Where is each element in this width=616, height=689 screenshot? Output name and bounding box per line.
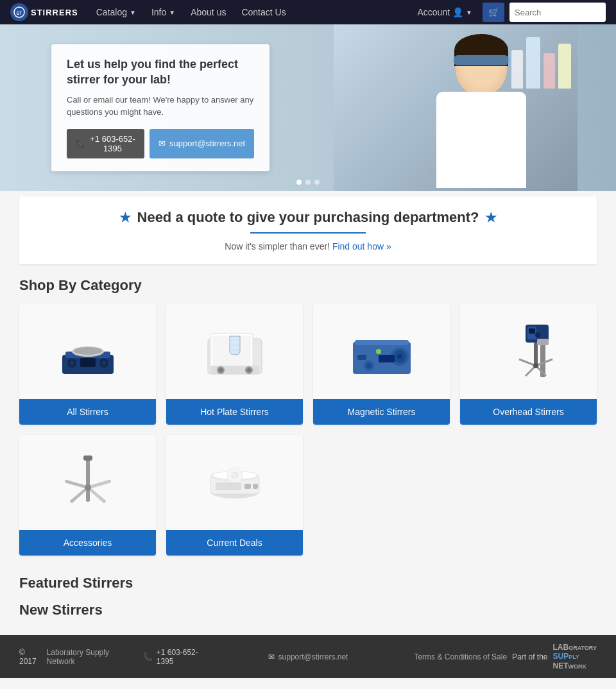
category-card-deals[interactable]: Current Deals: [166, 435, 303, 556]
sup-text: SUP: [552, 652, 569, 661]
footer-copyright: © 2017: [19, 648, 43, 666]
featured-title: Featured Stirrers: [0, 568, 616, 595]
svg-rect-53: [216, 482, 241, 490]
nav-catalog[interactable]: Catalog ▼: [89, 0, 144, 24]
accessories-svg: [49, 450, 126, 515]
category-image-hot-plate: [166, 304, 303, 399]
footer-phone-icon: 📞: [143, 652, 153, 661]
footer: © 2017 Laboratory Supply Network 📞 +1 60…: [0, 635, 616, 678]
footer-company-link[interactable]: Laboratory Supply Network: [47, 648, 134, 666]
category-card-accessories[interactable]: Accessories: [19, 435, 156, 556]
category-label-hot-plate: Hot Plate Stirrers: [166, 399, 303, 425]
category-image-all-stirrers: [19, 304, 156, 399]
hero-subtitle: Call or email our team! We're happy to a…: [67, 94, 254, 119]
ply-text: PLY: [569, 654, 579, 660]
category-image-overhead: [460, 304, 597, 399]
hero-dots: [296, 180, 320, 185]
svg-point-16: [219, 368, 223, 372]
category-image-magnetic: [313, 304, 450, 399]
svg-line-38: [519, 359, 536, 366]
star-right-icon: ★: [485, 210, 497, 225]
svg-point-42: [533, 363, 538, 368]
nav-contact[interactable]: Contact Us: [234, 0, 293, 24]
hero-banner: Let us help you find the perfect stirrer…: [0, 24, 616, 191]
nav-info[interactable]: Info ▼: [144, 0, 183, 24]
shop-section: Shop By Category: [0, 264, 616, 568]
footer-email-link[interactable]: support@stirrers.net: [278, 652, 348, 661]
phone-button[interactable]: 📞 +1 603-652-1395: [67, 129, 144, 158]
svg-point-8: [102, 361, 106, 365]
catalog-caret: ▼: [130, 9, 136, 16]
deals-svg: [196, 450, 273, 515]
user-icon: 👤: [452, 7, 463, 17]
category-grid-row2: Accessories: [19, 435, 597, 556]
phone-icon: 📞: [76, 139, 86, 148]
category-label-accessories: Accessories: [19, 530, 156, 556]
search-input[interactable]: [509, 3, 606, 22]
quote-divider: [250, 232, 366, 234]
svg-point-36: [535, 332, 540, 337]
svg-rect-35: [529, 328, 535, 334]
svg-point-28: [366, 363, 372, 368]
dot-2[interactable]: [305, 180, 311, 185]
footer-right: Terms & Conditions of Sale Part of the L…: [404, 643, 597, 670]
quote-subtitle: Now it's simpler than ever! Find out how…: [45, 241, 571, 251]
quote-banner: ★ Need a quote to give your purchasing d…: [19, 196, 597, 264]
svg-point-45: [85, 484, 91, 491]
category-grid-row1: All Stirrers: [19, 304, 597, 425]
find-link[interactable]: Find out how »: [332, 241, 391, 251]
category-image-deals: [166, 435, 303, 530]
svg-text:ST: ST: [17, 11, 23, 15]
svg-rect-43: [537, 339, 549, 345]
work-text: WORK: [568, 663, 586, 670]
svg-point-29: [376, 349, 381, 354]
cart-button[interactable]: 🛒: [483, 3, 504, 22]
dot-1[interactable]: [296, 180, 302, 185]
category-label-magnetic: Magnetic Stirrers: [313, 399, 450, 425]
category-card-all-stirrers[interactable]: All Stirrers: [19, 304, 156, 425]
brand-logo[interactable]: ST STIRRERS: [10, 3, 78, 21]
category-card-magnetic[interactable]: Magnetic Stirrers: [313, 304, 450, 425]
shop-title: Shop By Category: [19, 277, 597, 294]
nav-right: Account 👤 ▼ 🛒: [413, 3, 606, 22]
svg-point-10: [74, 347, 102, 355]
hero-content: Let us help you find the perfect stirrer…: [51, 44, 270, 171]
category-card-overhead[interactable]: Overhead Stirrers: [460, 304, 597, 425]
hero-title: Let us help you find the perfect stirrer…: [67, 57, 254, 87]
account-caret: ▼: [466, 9, 472, 16]
account-button[interactable]: Account 👤 ▼: [413, 7, 478, 17]
footer-part-of: Part of the: [512, 652, 547, 661]
svg-rect-55: [253, 484, 258, 489]
footer-left: © 2017 Laboratory Supply Network 📞 +1 60…: [19, 648, 212, 666]
magnetic-svg: [343, 319, 420, 384]
svg-point-26: [397, 354, 402, 359]
quote-title: ★ Need a quote to give your purchasing d…: [45, 209, 571, 226]
svg-rect-9: [80, 358, 96, 367]
category-label-deals: Current Deals: [166, 530, 303, 556]
lab-text: LAB: [552, 643, 569, 652]
account-label: Account: [418, 7, 450, 17]
net-text: NET: [552, 661, 568, 670]
svg-rect-44: [86, 457, 90, 502]
logo-circle: ST: [10, 3, 28, 21]
footer-terms-link[interactable]: Terms & Conditions of Sale: [414, 652, 507, 661]
overhead-svg: [490, 319, 567, 384]
nav-links: Catalog ▼ Info ▼ About us Contact Us: [89, 0, 413, 24]
svg-point-52: [232, 472, 238, 479]
svg-rect-46: [83, 455, 92, 461]
email-button[interactable]: ✉ support@stirrers.net: [150, 129, 254, 158]
footer-center: ✉ support@stirrers.net: [212, 652, 404, 661]
nav-about[interactable]: About us: [183, 0, 234, 24]
svg-point-7: [70, 361, 74, 365]
dot-3[interactable]: [314, 180, 320, 185]
navbar: ST STIRRERS Catalog ▼ Info ▼ About us Co…: [0, 0, 616, 24]
hero-image: [334, 24, 578, 191]
cart-icon: 🛒: [488, 7, 499, 17]
svg-point-18: [247, 368, 251, 372]
featured-section: Featured Stirrers: [0, 568, 616, 595]
footer-phone: +1 603-652-1395: [157, 648, 212, 666]
category-card-hot-plate[interactable]: Hot Plate Stirrers: [166, 304, 303, 425]
category-label-all-stirrers: All Stirrers: [19, 399, 156, 425]
svg-rect-30: [379, 355, 395, 362]
svg-rect-23: [355, 340, 409, 345]
